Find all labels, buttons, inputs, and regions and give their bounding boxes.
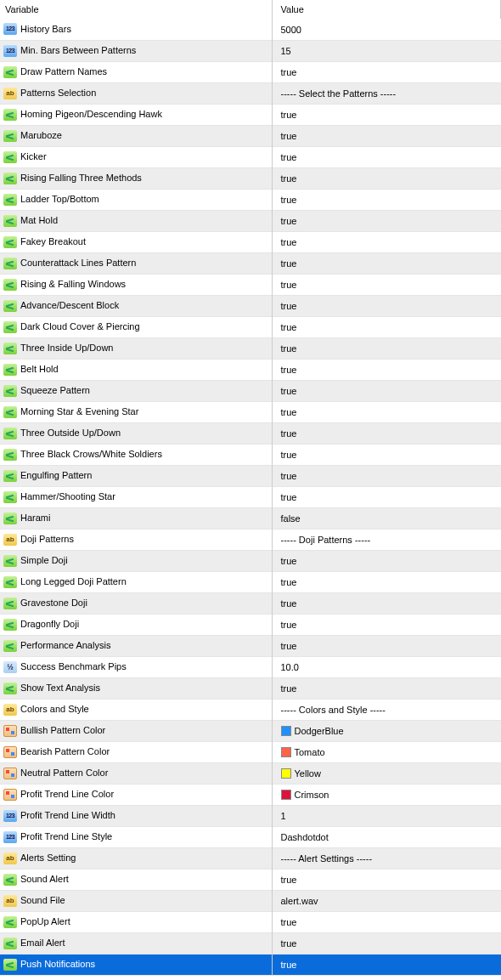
value-cell[interactable]: true (272, 146, 501, 167)
table-row[interactable]: Advance/Descent Blocktrue (0, 295, 501, 316)
value-cell[interactable]: ----- Select the Patterns ----- (272, 82, 501, 104)
table-row[interactable]: Rising Falling Three Methodstrue (0, 167, 501, 189)
table-row[interactable]: Draw Pattern Namestrue (0, 61, 501, 82)
value-label: true (281, 450, 297, 460)
variable-cell: Engulfing Pattern (0, 465, 272, 486)
table-row[interactable]: Profit Trend Line Width1 (0, 805, 501, 826)
value-label: true (281, 173, 297, 184)
table-row[interactable]: Engulfing Patterntrue (0, 465, 501, 486)
table-row[interactable]: Colors and Style----- Colors and Style -… (0, 699, 501, 720)
table-row[interactable]: Rising & Falling Windowstrue (0, 274, 501, 295)
value-cell[interactable]: alert.wav (272, 890, 501, 911)
value-cell[interactable]: ----- Alert Settings ----- (272, 847, 501, 869)
value-cell[interactable]: 10.0 (272, 656, 501, 677)
value-cell[interactable]: true (272, 380, 501, 401)
table-row[interactable]: Alerts Setting----- Alert Settings ----- (0, 847, 501, 869)
value-cell[interactable]: true (272, 210, 501, 231)
value-cell[interactable]: true (272, 869, 501, 890)
value-cell[interactable]: Crimson (272, 784, 501, 805)
value-cell[interactable]: DodgerBlue (272, 720, 501, 741)
value-cell[interactable]: 1 (272, 805, 501, 826)
table-row[interactable]: Simple Dojitrue (0, 550, 501, 571)
value-cell[interactable]: true (272, 337, 501, 359)
value-cell[interactable]: true (272, 125, 501, 146)
value-cell[interactable]: true (272, 316, 501, 337)
table-row[interactable]: Patterns Selection----- Select the Patte… (0, 82, 501, 104)
table-row[interactable]: Sound Alerttrue (0, 869, 501, 890)
table-row[interactable]: Fakey Breakouttrue (0, 231, 501, 252)
value-label: true (281, 492, 297, 502)
value-cell[interactable]: 5000 (272, 19, 501, 40)
value-cell[interactable]: true (272, 104, 501, 125)
value-cell[interactable]: true (272, 422, 501, 444)
value-cell[interactable]: true (272, 932, 501, 954)
table-row[interactable]: Profit Trend Line StyleDashdotdot (0, 826, 501, 847)
table-row[interactable]: Three Outside Up/Downtrue (0, 422, 501, 444)
table-row[interactable]: Morning Star & Evening Startrue (0, 401, 501, 422)
table-row[interactable]: Kickertrue (0, 146, 501, 167)
value-cell[interactable]: ----- Doji Patterns ----- (272, 529, 501, 550)
table-row[interactable]: Marubozetrue (0, 125, 501, 146)
value-cell[interactable]: true (272, 571, 501, 592)
table-row[interactable]: Mat Holdtrue (0, 210, 501, 231)
value-cell[interactable]: true (272, 954, 501, 975)
value-cell[interactable]: true (272, 359, 501, 380)
variable-label: Squeeze Pattern (20, 386, 90, 396)
table-row[interactable]: Homing Pigeon/Descending Hawktrue (0, 104, 501, 125)
table-row[interactable]: History Bars5000 (0, 19, 501, 40)
value-cell[interactable]: true (272, 231, 501, 252)
value-cell[interactable]: ----- Colors and Style ----- (272, 699, 501, 720)
value-cell[interactable]: true (272, 167, 501, 189)
value-cell[interactable]: true (272, 61, 501, 82)
table-row[interactable]: PopUp Alerttrue (0, 911, 501, 932)
table-row[interactable]: Success Benchmark Pips10.0 (0, 656, 501, 677)
table-row[interactable]: Neutral Pattern ColorYellow (0, 762, 501, 784)
table-row[interactable]: Gravestone Dojitrue (0, 592, 501, 614)
table-row[interactable]: Counterattack Lines Patterntrue (0, 252, 501, 274)
variable-cell: Profit Trend Line Color (0, 784, 272, 805)
value-cell[interactable]: false (272, 507, 501, 529)
table-row[interactable]: Ladder Top/Bottomtrue (0, 189, 501, 210)
value-cell[interactable]: Yellow (272, 762, 501, 784)
value-cell[interactable]: true (272, 614, 501, 635)
value-cell[interactable]: 15 (272, 40, 501, 61)
table-row[interactable]: Three Inside Up/Downtrue (0, 337, 501, 359)
table-row[interactable]: Hammer/Shooting Startrue (0, 486, 501, 507)
value-cell[interactable]: true (272, 911, 501, 932)
table-row[interactable]: Show Text Analysistrue (0, 677, 501, 699)
table-row[interactable]: Three Black Crows/White Soldierstrue (0, 444, 501, 465)
table-row[interactable]: Squeeze Patterntrue (0, 380, 501, 401)
value-label: true (281, 67, 297, 77)
value-cell[interactable]: true (272, 252, 501, 274)
value-cell[interactable]: true (272, 401, 501, 422)
table-row[interactable]: Doji Patterns----- Doji Patterns ----- (0, 529, 501, 550)
table-row[interactable]: Dark Cloud Cover & Piercingtrue (0, 316, 501, 337)
value-cell[interactable]: true (272, 465, 501, 486)
value-cell[interactable]: true (272, 295, 501, 316)
value-cell[interactable]: true (272, 550, 501, 571)
table-row[interactable]: Profit Trend Line ColorCrimson (0, 784, 501, 805)
header-value[interactable]: Value (272, 0, 501, 19)
value-cell[interactable]: true (272, 592, 501, 614)
table-row[interactable]: Email Alerttrue (0, 932, 501, 954)
value-cell[interactable]: true (272, 274, 501, 295)
value-cell[interactable]: Dashdotdot (272, 826, 501, 847)
value-cell[interactable]: true (272, 677, 501, 699)
value-cell[interactable]: Tomato (272, 741, 501, 762)
header-variable[interactable]: Variable (0, 0, 272, 19)
value-cell[interactable]: true (272, 444, 501, 465)
value-cell[interactable]: true (272, 486, 501, 507)
table-row[interactable]: Dragonfly Dojitrue (0, 614, 501, 635)
variable-cell: Doji Patterns (0, 529, 272, 550)
table-row[interactable]: Bearish Pattern ColorTomato (0, 741, 501, 762)
table-row[interactable]: Haramifalse (0, 507, 501, 529)
value-cell[interactable]: true (272, 189, 501, 210)
table-row[interactable]: Min. Bars Between Patterns15 (0, 40, 501, 61)
table-row[interactable]: Performance Analysistrue (0, 635, 501, 656)
table-row[interactable]: Bullish Pattern ColorDodgerBlue (0, 720, 501, 741)
table-row[interactable]: Long Legged Doji Patterntrue (0, 571, 501, 592)
table-row[interactable]: Push Notificationstrue (0, 954, 501, 975)
table-row[interactable]: Sound Filealert.wav (0, 890, 501, 911)
table-row[interactable]: Belt Holdtrue (0, 359, 501, 380)
value-cell[interactable]: true (272, 635, 501, 656)
